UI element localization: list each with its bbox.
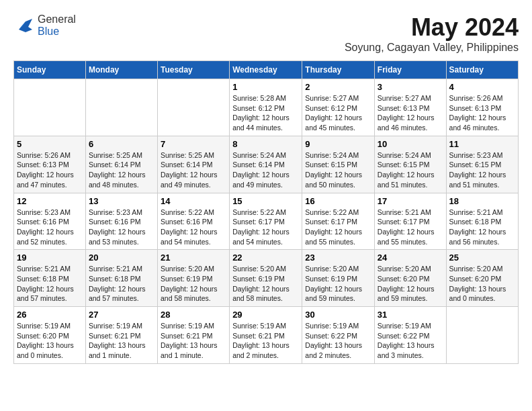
day-number: 11: [449, 139, 515, 149]
calendar-cell: 25Sunrise: 5:20 AM Sunset: 6:20 PM Dayli…: [446, 250, 518, 307]
day-number: 10: [378, 139, 443, 149]
day-info: Sunrise: 5:27 AM Sunset: 6:12 PM Dayligh…: [305, 93, 371, 133]
calendar-cell: 1Sunrise: 5:28 AM Sunset: 6:12 PM Daylig…: [230, 79, 302, 136]
logo: General Blue: [13, 13, 76, 38]
calendar-cell: 7Sunrise: 5:25 AM Sunset: 6:14 PM Daylig…: [157, 136, 229, 193]
day-number: 30: [305, 310, 371, 320]
day-number: 24: [378, 253, 443, 263]
calendar-week-1: 1Sunrise: 5:28 AM Sunset: 6:12 PM Daylig…: [14, 79, 519, 136]
logo-blue-text: Blue: [38, 26, 59, 37]
day-number: 28: [161, 310, 226, 320]
calendar-cell: 24Sunrise: 5:20 AM Sunset: 6:20 PM Dayli…: [374, 250, 446, 307]
day-info: Sunrise: 5:19 AM Sunset: 6:21 PM Dayligh…: [161, 321, 226, 361]
day-info: Sunrise: 5:20 AM Sunset: 6:20 PM Dayligh…: [449, 264, 515, 304]
calendar: SundayMondayTuesdayWednesdayThursdayFrid…: [13, 60, 519, 364]
calendar-cell: 13Sunrise: 5:23 AM Sunset: 6:16 PM Dayli…: [85, 193, 157, 250]
location-title: Soyung, Cagayan Valley, Philippines: [345, 42, 519, 54]
weekday-header-sunday: Sunday: [14, 61, 86, 79]
day-number: 15: [232, 196, 299, 206]
calendar-week-3: 12Sunrise: 5:23 AM Sunset: 6:16 PM Dayli…: [14, 193, 519, 250]
weekday-header-friday: Friday: [374, 61, 446, 79]
day-number: 26: [17, 310, 83, 320]
day-info: Sunrise: 5:24 AM Sunset: 6:15 PM Dayligh…: [378, 150, 443, 190]
calendar-week-5: 26Sunrise: 5:19 AM Sunset: 6:20 PM Dayli…: [14, 307, 519, 364]
weekday-header-monday: Monday: [85, 61, 157, 79]
day-number: 8: [232, 139, 299, 149]
calendar-cell: [157, 79, 229, 136]
day-info: Sunrise: 5:24 AM Sunset: 6:14 PM Dayligh…: [232, 150, 299, 190]
calendar-cell: 11Sunrise: 5:23 AM Sunset: 6:15 PM Dayli…: [446, 136, 518, 193]
calendar-cell: 15Sunrise: 5:22 AM Sunset: 6:17 PM Dayli…: [230, 193, 302, 250]
header: General Blue May 2024 Soyung, Cagayan Va…: [13, 13, 519, 54]
day-number: 22: [232, 253, 299, 263]
day-info: Sunrise: 5:20 AM Sunset: 6:19 PM Dayligh…: [305, 264, 371, 304]
month-title: May 2024: [345, 13, 519, 42]
day-info: Sunrise: 5:19 AM Sunset: 6:21 PM Dayligh…: [89, 321, 154, 361]
day-number: 7: [161, 139, 226, 149]
day-info: Sunrise: 5:28 AM Sunset: 6:12 PM Dayligh…: [232, 93, 299, 133]
day-number: 6: [89, 139, 154, 149]
calendar-cell: 26Sunrise: 5:19 AM Sunset: 6:20 PM Dayli…: [14, 307, 86, 364]
calendar-cell: [14, 79, 86, 136]
day-number: 31: [378, 310, 443, 320]
day-info: Sunrise: 5:27 AM Sunset: 6:13 PM Dayligh…: [378, 93, 443, 133]
day-number: 29: [232, 310, 299, 320]
day-info: Sunrise: 5:21 AM Sunset: 6:18 PM Dayligh…: [17, 264, 83, 304]
calendar-cell: 27Sunrise: 5:19 AM Sunset: 6:21 PM Dayli…: [85, 307, 157, 364]
day-number: 12: [17, 196, 83, 206]
calendar-cell: 5Sunrise: 5:26 AM Sunset: 6:13 PM Daylig…: [14, 136, 86, 193]
day-number: 16: [305, 196, 371, 206]
day-info: Sunrise: 5:19 AM Sunset: 6:21 PM Dayligh…: [232, 321, 299, 361]
calendar-week-4: 19Sunrise: 5:21 AM Sunset: 6:18 PM Dayli…: [14, 250, 519, 307]
day-number: 25: [449, 253, 515, 263]
day-info: Sunrise: 5:26 AM Sunset: 6:13 PM Dayligh…: [449, 93, 515, 133]
calendar-cell: 4Sunrise: 5:26 AM Sunset: 6:13 PM Daylig…: [446, 79, 518, 136]
day-number: 3: [378, 82, 443, 92]
day-info: Sunrise: 5:24 AM Sunset: 6:15 PM Dayligh…: [305, 150, 371, 190]
day-info: Sunrise: 5:22 AM Sunset: 6:17 PM Dayligh…: [305, 208, 371, 247]
calendar-cell: 28Sunrise: 5:19 AM Sunset: 6:21 PM Dayli…: [157, 307, 229, 364]
day-info: Sunrise: 5:20 AM Sunset: 6:19 PM Dayligh…: [161, 264, 226, 304]
day-number: 27: [89, 310, 154, 320]
day-info: Sunrise: 5:22 AM Sunset: 6:17 PM Dayligh…: [232, 208, 299, 247]
weekday-header-row: SundayMondayTuesdayWednesdayThursdayFrid…: [14, 61, 519, 79]
day-info: Sunrise: 5:21 AM Sunset: 6:18 PM Dayligh…: [89, 264, 154, 304]
calendar-cell: 14Sunrise: 5:22 AM Sunset: 6:16 PM Dayli…: [157, 193, 229, 250]
calendar-cell: 21Sunrise: 5:20 AM Sunset: 6:19 PM Dayli…: [157, 250, 229, 307]
day-number: 4: [449, 82, 515, 92]
day-info: Sunrise: 5:21 AM Sunset: 6:18 PM Dayligh…: [449, 208, 515, 247]
calendar-cell: 31Sunrise: 5:19 AM Sunset: 6:22 PM Dayli…: [374, 307, 446, 364]
calendar-cell: 9Sunrise: 5:24 AM Sunset: 6:15 PM Daylig…: [302, 136, 375, 193]
calendar-cell: 3Sunrise: 5:27 AM Sunset: 6:13 PM Daylig…: [374, 79, 446, 136]
calendar-cell: 10Sunrise: 5:24 AM Sunset: 6:15 PM Dayli…: [374, 136, 446, 193]
day-info: Sunrise: 5:19 AM Sunset: 6:22 PM Dayligh…: [378, 321, 443, 361]
day-info: Sunrise: 5:20 AM Sunset: 6:20 PM Dayligh…: [378, 264, 443, 304]
calendar-cell: 20Sunrise: 5:21 AM Sunset: 6:18 PM Dayli…: [85, 250, 157, 307]
day-info: Sunrise: 5:19 AM Sunset: 6:20 PM Dayligh…: [17, 321, 83, 361]
day-number: 20: [89, 253, 154, 263]
day-info: Sunrise: 5:25 AM Sunset: 6:14 PM Dayligh…: [89, 150, 154, 190]
day-number: 13: [89, 196, 154, 206]
day-info: Sunrise: 5:26 AM Sunset: 6:13 PM Dayligh…: [17, 150, 83, 190]
calendar-cell: 2Sunrise: 5:27 AM Sunset: 6:12 PM Daylig…: [302, 79, 375, 136]
day-info: Sunrise: 5:23 AM Sunset: 6:15 PM Dayligh…: [449, 150, 515, 190]
calendar-cell: 18Sunrise: 5:21 AM Sunset: 6:18 PM Dayli…: [446, 193, 518, 250]
weekday-header-wednesday: Wednesday: [230, 61, 302, 79]
calendar-cell: [85, 79, 157, 136]
day-number: 18: [449, 196, 515, 206]
calendar-cell: 8Sunrise: 5:24 AM Sunset: 6:14 PM Daylig…: [230, 136, 302, 193]
calendar-cell: 19Sunrise: 5:21 AM Sunset: 6:18 PM Dayli…: [14, 250, 86, 307]
calendar-week-2: 5Sunrise: 5:26 AM Sunset: 6:13 PM Daylig…: [14, 136, 519, 193]
weekday-header-tuesday: Tuesday: [157, 61, 229, 79]
day-number: 1: [232, 82, 299, 92]
day-number: 19: [17, 253, 83, 263]
day-info: Sunrise: 5:23 AM Sunset: 6:16 PM Dayligh…: [89, 208, 154, 247]
logo-general-text: General: [38, 13, 76, 25]
day-info: Sunrise: 5:22 AM Sunset: 6:16 PM Dayligh…: [161, 208, 226, 247]
calendar-cell: 22Sunrise: 5:20 AM Sunset: 6:19 PM Dayli…: [230, 250, 302, 307]
logo-icon: [13, 16, 35, 35]
day-info: Sunrise: 5:23 AM Sunset: 6:16 PM Dayligh…: [17, 208, 83, 247]
svg-marker-0: [19, 19, 32, 32]
calendar-cell: 23Sunrise: 5:20 AM Sunset: 6:19 PM Dayli…: [302, 250, 375, 307]
calendar-cell: 16Sunrise: 5:22 AM Sunset: 6:17 PM Dayli…: [302, 193, 375, 250]
